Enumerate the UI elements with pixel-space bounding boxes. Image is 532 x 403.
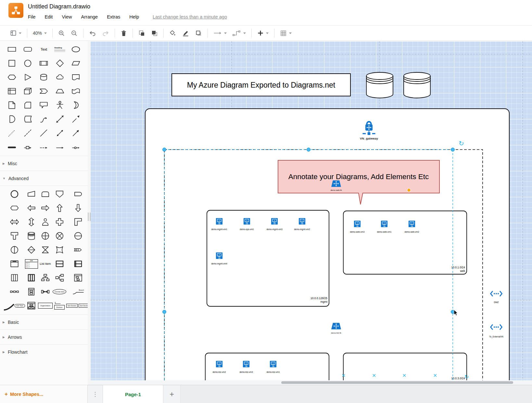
- horizontal-scrollbar-track[interactable]: [90, 380, 532, 385]
- shape-ellipse[interactable]: [68, 44, 84, 55]
- page-tab[interactable]: Page-1: [103, 385, 163, 403]
- selection-handle[interactable]: [163, 310, 166, 314]
- shape-cube[interactable]: [20, 86, 36, 97]
- add-page-button[interactable]: +: [163, 385, 181, 403]
- shape-tree-boxes[interactable]: [38, 272, 53, 283]
- shape-dual-labeled-boxes[interactable]: Sub SectionSub Section: [66, 300, 88, 311]
- shape-rounded-top-box[interactable]: [38, 189, 53, 200]
- insert-dropdown[interactable]: [257, 30, 269, 36]
- shape-dotted-line[interactable]: [4, 128, 20, 139]
- shape-arrow-with-label[interactable]: [20, 141, 36, 153]
- selection-handle[interactable]: [451, 148, 455, 152]
- shape-division-box[interactable]: Division: [53, 300, 66, 311]
- shape-line[interactable]: [36, 128, 52, 139]
- shape-or[interactable]: [68, 100, 84, 111]
- shape-columns-3-bold[interactable]: [25, 272, 38, 283]
- storage-cylinder[interactable]: [404, 72, 430, 98]
- table-dropdown[interactable]: [280, 30, 292, 37]
- shape-dashed-line[interactable]: [20, 128, 36, 139]
- diagram-scene[interactable]: VM: [90, 41, 532, 380]
- delete-icon[interactable]: [120, 30, 127, 37]
- shape-block-arrow-up[interactable]: [53, 202, 66, 214]
- shape-diamond-cross[interactable]: [25, 244, 38, 255]
- shape-hourglass[interactable]: [38, 244, 53, 255]
- shape-rounded-rectangle[interactable]: [20, 44, 36, 55]
- shape-display[interactable]: [66, 189, 88, 200]
- shape-block-arrow-vertical[interactable]: [25, 216, 38, 227]
- more-shapes-button[interactable]: + More Shapes...: [0, 385, 88, 403]
- diagram-title-box[interactable]: My Azure Diagram Exported to Diagrams.ne…: [172, 74, 350, 96]
- shape-circle[interactable]: [20, 58, 36, 69]
- line-color-icon[interactable]: [182, 30, 189, 37]
- menu-help[interactable]: Help: [129, 14, 139, 19]
- storage-cylinder[interactable]: [366, 72, 393, 98]
- menu-extras[interactable]: Extras: [107, 14, 120, 19]
- shape-internal-storage[interactable]: [4, 86, 20, 97]
- rotate-handle-icon[interactable]: ↻: [459, 140, 464, 147]
- format-panel-toggle-icon[interactable]: [10, 30, 21, 36]
- shape-rounded-hexagon[interactable]: [4, 202, 25, 214]
- to-front-icon[interactable]: [138, 30, 145, 37]
- sidebar-section-misc[interactable]: ▶ Misc: [0, 156, 88, 171]
- shape-and[interactable]: [4, 114, 20, 125]
- shape-circle-quadrant[interactable]: [38, 230, 53, 241]
- shape-circle-v-split[interactable]: [4, 244, 25, 255]
- shape-database[interactable]: [25, 230, 38, 241]
- last-change-link[interactable]: Last change less than a minute ago: [153, 14, 227, 19]
- shape-circle-x[interactable]: [53, 230, 66, 241]
- pages-menu-icon[interactable]: ⋮: [88, 385, 103, 403]
- shape-diamond[interactable]: [52, 58, 68, 69]
- shape-org-wide[interactable]: [4, 286, 25, 297]
- sidebar-section-advanced[interactable]: ▼ Advanced: [0, 171, 88, 186]
- zoom-level-dropdown[interactable]: 40%: [33, 31, 47, 36]
- shadow-icon[interactable]: [195, 30, 202, 37]
- shape-process[interactable]: [36, 58, 52, 69]
- sidebar-section-flowchart[interactable]: ▶ Flowchart: [0, 344, 88, 359]
- shape-data-storage[interactable]: [20, 114, 36, 125]
- sidebar-section-basic[interactable]: ▶ Basic: [0, 314, 88, 329]
- waypoint-style-dropdown[interactable]: [233, 30, 246, 36]
- shape-block-arrow-right[interactable]: [38, 202, 53, 214]
- shape-central-idea[interactable]: Central Idea: [53, 286, 66, 297]
- shape-block-arrow-horizontal[interactable]: [4, 216, 25, 227]
- shape-document[interactable]: [68, 72, 84, 83]
- menu-view[interactable]: View: [62, 14, 72, 19]
- shape-rectangle[interactable]: [4, 44, 20, 55]
- undo-icon[interactable]: [89, 30, 96, 36]
- sidebar-section-arrows[interactable]: ▶ Arrows: [0, 329, 88, 344]
- shape-heading[interactable]: Heading: [52, 44, 68, 55]
- shape-container-boxes[interactable]: [25, 286, 38, 297]
- shape-sub-topic[interactable]: Sub Topic: [4, 300, 25, 311]
- shape-connector[interactable]: [68, 141, 84, 153]
- shape-table-rows-header[interactable]: [66, 258, 88, 269]
- shape-concave-square[interactable]: [53, 244, 66, 255]
- shape-callout[interactable]: [36, 100, 52, 111]
- shape-actor[interactable]: [52, 100, 68, 111]
- mgmt-subnet-box[interactable]: 10.0.0.128/25 mgmt: [207, 210, 329, 306]
- shape-square[interactable]: [4, 58, 20, 69]
- shape-circle-outline[interactable]: [4, 189, 25, 200]
- biz-subnet-box[interactable]: [205, 353, 329, 380]
- zoom-in-icon[interactable]: [58, 30, 65, 37]
- shape-circle-h-split[interactable]: [66, 230, 88, 241]
- web-subnet-box[interactable]: 10.0.1.0/24 web: [343, 211, 467, 274]
- shape-triangle[interactable]: [20, 72, 36, 83]
- fill-color-icon[interactable]: [169, 30, 176, 37]
- shape-text[interactable]: Text: [36, 44, 52, 55]
- shape-table-rows[interactable]: [53, 258, 66, 269]
- shape-user[interactable]: [38, 216, 53, 227]
- shape-org-tree[interactable]: [25, 300, 38, 311]
- shape-step[interactable]: [36, 86, 52, 97]
- shape-two-way-arrow[interactable]: [52, 114, 68, 125]
- shape-double-arrow[interactable]: [52, 128, 68, 139]
- shape-branch-line[interactable]: Branch: [66, 286, 88, 297]
- shape-hexagon[interactable]: [4, 72, 20, 83]
- shape-list-box[interactable]: ListItem 1Item 2Item 3: [25, 258, 38, 269]
- shape-arrow-block[interactable]: [68, 114, 84, 125]
- diagram-canvas[interactable]: VM: [90, 41, 532, 380]
- shape-cylinder[interactable]: [36, 72, 52, 83]
- shape-directional-arrow[interactable]: [68, 128, 84, 139]
- shape-tape[interactable]: [68, 86, 84, 97]
- shape-pentagon-down[interactable]: [53, 189, 66, 200]
- shape-container-titled[interactable]: [4, 258, 25, 269]
